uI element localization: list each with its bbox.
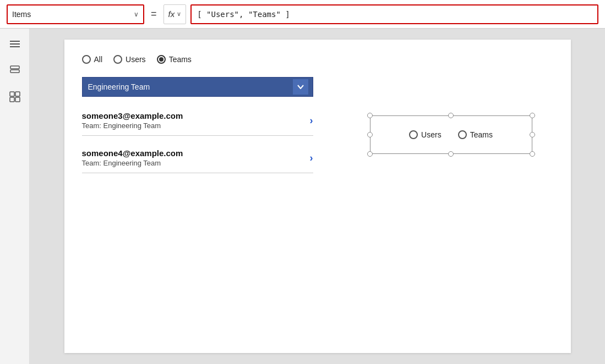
radio-users-label: Users <box>126 55 146 64</box>
widget-radio-users[interactable]: Users <box>409 130 442 139</box>
fx-chevron-icon: ∨ <box>177 10 181 18</box>
formula-value: [ "Users", "Teams" ] <box>197 10 290 19</box>
list-item-2-content: someone4@example.com Team: Engineering T… <box>82 148 183 167</box>
items-dropdown-label: Items <box>12 10 31 19</box>
widget-radio-group: Users Teams <box>370 115 532 154</box>
svg-rect-6 <box>15 92 20 96</box>
team-dropdown-arrow <box>293 79 308 95</box>
main-area: All Users Teams Engineering Team so <box>30 29 605 364</box>
list-item-2-chevron-icon: › <box>310 152 313 164</box>
layers-icon[interactable] <box>8 64 21 77</box>
svg-rect-4 <box>10 70 19 73</box>
list-item-1-chevron-icon: › <box>310 115 313 126</box>
svg-rect-3 <box>10 66 19 69</box>
floating-widget[interactable]: Users Teams <box>370 115 532 154</box>
radio-all-label: All <box>94 55 103 64</box>
radio-all[interactable]: All <box>82 55 103 64</box>
svg-rect-7 <box>10 97 14 102</box>
fx-button[interactable]: fx ∨ <box>163 4 187 24</box>
components-icon[interactable] <box>8 90 21 103</box>
radio-all-circle <box>82 55 91 64</box>
team-dropdown[interactable]: Engineering Team <box>82 77 313 97</box>
widget-radio-users-label: Users <box>421 130 442 139</box>
hamburger-icon[interactable] <box>8 37 21 51</box>
fx-symbol: fx <box>168 9 175 19</box>
widget-radio-teams[interactable]: Teams <box>458 130 493 139</box>
sidebar <box>0 29 30 364</box>
radio-users[interactable]: Users <box>113 55 146 64</box>
toolbar: Items ∨ = fx ∨ [ "Users", "Teams" ] <box>0 0 605 29</box>
list-item-1-content: someone3@example.com Team: Engineering T… <box>82 111 183 130</box>
widget-container: Users Teams <box>370 115 532 154</box>
list-item-2-email: someone4@example.com <box>82 148 183 158</box>
team-dropdown-label: Engineering Team <box>88 82 150 91</box>
list-item-1-email: someone3@example.com <box>82 111 183 120</box>
svg-rect-5 <box>10 92 14 96</box>
radio-teams-label: Teams <box>169 55 192 64</box>
dropdown-chevron-icon: ∨ <box>134 10 139 18</box>
widget-radio-teams-label: Teams <box>470 130 493 139</box>
radio-teams-circle <box>157 55 166 64</box>
formula-bar[interactable]: [ "Users", "Teams" ] <box>190 4 598 24</box>
radio-users-circle <box>113 55 122 64</box>
radio-teams[interactable]: Teams <box>157 55 192 64</box>
equals-sign: = <box>149 8 159 20</box>
widget-radio-users-circle <box>409 130 418 139</box>
items-dropdown[interactable]: Items ∨ <box>7 4 144 24</box>
list-item-2[interactable]: someone4@example.com Team: Engineering T… <box>82 143 313 173</box>
radio-group: All Users Teams <box>82 55 192 64</box>
svg-rect-8 <box>15 97 20 102</box>
canvas: All Users Teams Engineering Team so <box>64 40 571 353</box>
list-item-1[interactable]: someone3@example.com Team: Engineering T… <box>82 106 313 136</box>
widget-radio-teams-circle <box>458 130 467 139</box>
list-item-2-team: Team: Engineering Team <box>82 159 183 167</box>
list-item-1-team: Team: Engineering Team <box>82 122 183 130</box>
